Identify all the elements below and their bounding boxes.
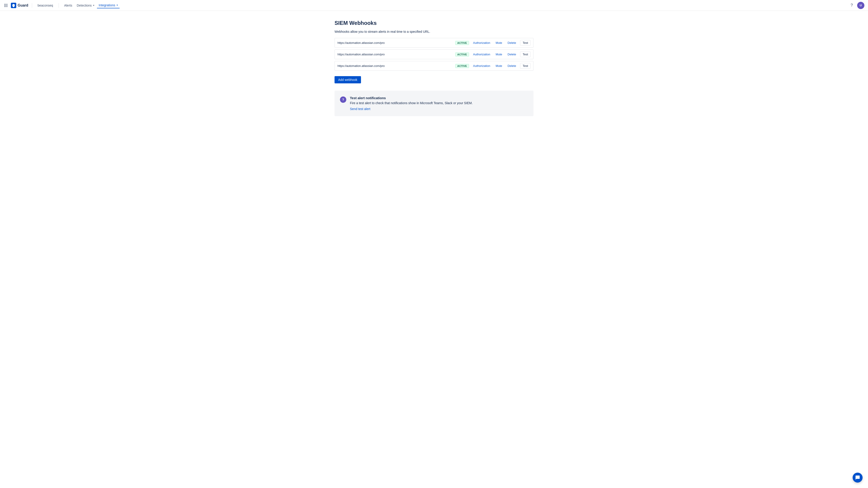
test-button-1[interactable]: Test [520, 40, 530, 46]
authorization-button-2[interactable]: Authorization [472, 52, 492, 57]
status-badge-2: ACTIVE [455, 53, 469, 57]
webhook-list: https://automation.atlassian.com/pro ACT… [335, 38, 533, 71]
table-row: https://automation.atlassian.com/pro ACT… [335, 61, 533, 71]
navbar-right: ? U [848, 2, 864, 9]
mute-button-1[interactable]: Mute [494, 40, 504, 45]
nav-link-integrations[interactable]: Integrations ▾ [97, 2, 120, 8]
delete-button-3[interactable]: Delete [506, 63, 518, 68]
test-button-3[interactable]: Test [520, 63, 530, 69]
svg-rect-0 [4, 4, 5, 4]
mute-button-2[interactable]: Mute [494, 52, 504, 57]
test-alert-box: ? Test alert notifications Fire a test a… [335, 91, 533, 116]
brand-logo-icon [11, 3, 16, 8]
svg-rect-8 [7, 6, 7, 7]
svg-rect-5 [7, 5, 7, 6]
authorization-button-1[interactable]: Authorization [472, 40, 492, 45]
send-test-alert-link[interactable]: Send test alert [350, 107, 370, 111]
authorization-button-3[interactable]: Authorization [472, 63, 492, 68]
mute-button-3[interactable]: Mute [494, 63, 504, 68]
help-button[interactable]: ? [848, 2, 855, 9]
status-badge-3: ACTIVE [455, 64, 469, 68]
webhook-url-2: https://automation.atlassian.com/pro [338, 53, 453, 56]
page-title: SIEM Webhooks [335, 20, 533, 26]
nav-link-alerts[interactable]: Alerts [62, 3, 74, 8]
question-icon: ? [340, 96, 346, 103]
avatar[interactable]: U [857, 2, 864, 9]
nav-workspace[interactable]: beaconseq [36, 3, 55, 8]
delete-button-1[interactable]: Delete [506, 40, 518, 45]
delete-button-2[interactable]: Delete [506, 52, 518, 57]
svg-rect-4 [6, 5, 6, 6]
svg-rect-6 [4, 6, 5, 7]
navbar-left: Guard beaconseq Alerts Detections ▾ Inte… [4, 2, 848, 8]
test-alert-title: Test alert notifications [350, 96, 528, 100]
webhook-url-3: https://automation.atlassian.com/pro [338, 64, 453, 68]
brand-name: Guard [18, 3, 28, 7]
nav-links: Alerts Detections ▾ Integrations ▾ [62, 2, 120, 8]
webhook-url-1: https://automation.atlassian.com/pro [338, 41, 453, 44]
main-content: SIEM Webhooks Webhooks allow you to stre… [321, 11, 547, 125]
table-row: https://automation.atlassian.com/pro ACT… [335, 38, 533, 48]
svg-rect-1 [6, 4, 6, 4]
svg-rect-3 [4, 5, 5, 6]
test-alert-description: Fire a test alert to check that notifica… [350, 101, 528, 105]
test-alert-content: Test alert notifications Fire a test ale… [350, 96, 528, 111]
table-row: https://automation.atlassian.com/pro ACT… [335, 50, 533, 59]
navbar: Guard beaconseq Alerts Detections ▾ Inte… [0, 0, 868, 11]
add-webhook-button[interactable]: Add webhook [335, 76, 361, 84]
svg-rect-2 [7, 4, 7, 4]
brand-logo-area[interactable]: Guard [11, 3, 28, 8]
nav-link-detections[interactable]: Detections ▾ [75, 3, 96, 8]
status-badge-1: ACTIVE [455, 41, 469, 45]
svg-rect-7 [6, 6, 6, 7]
page-description: Webhooks allow you to stream alerts in r… [335, 30, 533, 33]
test-button-2[interactable]: Test [520, 52, 530, 57]
chevron-down-icon-2: ▾ [117, 4, 118, 6]
chevron-down-icon: ▾ [93, 4, 94, 6]
grid-icon[interactable] [4, 3, 8, 8]
